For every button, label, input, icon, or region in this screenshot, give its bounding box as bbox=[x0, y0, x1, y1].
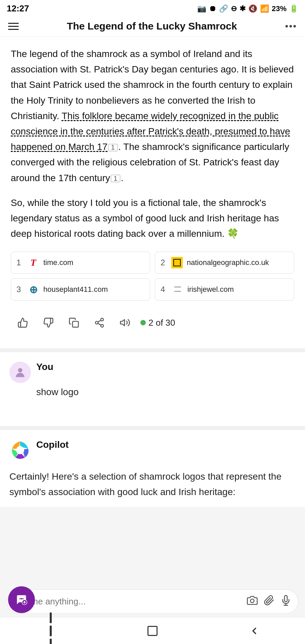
mute-icon: 🔇 bbox=[248, 4, 257, 13]
sources-grid: 1 T time.com 2 nationalgeographic.co.uk … bbox=[11, 252, 294, 301]
source-name-1: time.com bbox=[43, 258, 73, 267]
record-icon: ⏺ bbox=[209, 4, 216, 13]
input-icons bbox=[247, 595, 291, 608]
microphone-button[interactable] bbox=[280, 595, 291, 608]
source-num-3: 3 bbox=[16, 285, 23, 294]
chat-fab-icon bbox=[15, 594, 28, 606]
svg-line-5 bbox=[98, 320, 101, 322]
nav-bar: The Legend of the Lucky Shamrock ••• bbox=[0, 16, 305, 37]
copilot-avatar bbox=[9, 439, 31, 461]
svg-rect-0 bbox=[73, 321, 78, 327]
attachment-button[interactable] bbox=[264, 595, 274, 608]
chat-fab-button[interactable] bbox=[8, 586, 35, 613]
counter-text: 2 of 30 bbox=[148, 318, 175, 328]
user-avatar bbox=[9, 362, 31, 383]
video-icon: 📷 bbox=[197, 4, 206, 13]
copilot-logo bbox=[9, 439, 31, 461]
share-button[interactable] bbox=[87, 311, 112, 335]
source-item-4[interactable]: 4 ━━━━━━ irishjewel.com bbox=[155, 278, 294, 301]
user-message-section: You show logo bbox=[0, 352, 305, 406]
copilot-message-row: Copilot bbox=[9, 439, 296, 461]
hamburger-menu[interactable] bbox=[8, 23, 19, 30]
link-icon: 🔗 bbox=[219, 4, 228, 13]
home-button[interactable] bbox=[139, 621, 166, 641]
system-nav-bar bbox=[0, 617, 305, 644]
footnote-1[interactable]: 1 bbox=[108, 144, 118, 151]
back-button[interactable] bbox=[241, 621, 268, 641]
counter-badge: 2 of 30 bbox=[140, 318, 175, 328]
back-icon bbox=[249, 626, 260, 636]
dislike-button[interactable] bbox=[36, 311, 60, 335]
status-bar: 12:27 📷 ⏺ 🔗 ⊖ ✱ 🔇 📶 23% 🔋 bbox=[0, 0, 305, 16]
svg-line-4 bbox=[98, 323, 101, 325]
camera-button[interactable] bbox=[247, 595, 258, 608]
copilot-gap bbox=[0, 406, 305, 426]
user-message-row: You bbox=[9, 362, 296, 383]
source-num-4: 4 bbox=[161, 285, 167, 294]
battery-text: 23% bbox=[272, 4, 287, 13]
minus-circle-icon: ⊖ bbox=[231, 4, 237, 13]
svg-point-13 bbox=[21, 598, 23, 600]
svg-point-10 bbox=[251, 599, 254, 603]
article-paragraph-2: So, while the story I told you is a fict… bbox=[11, 195, 294, 242]
battery-icon: 🔋 bbox=[289, 4, 298, 13]
user-avatar-icon bbox=[14, 366, 27, 379]
source-item-3[interactable]: 3 ⊕ houseplant411.com bbox=[11, 278, 150, 301]
more-options-button[interactable]: ••• bbox=[285, 21, 297, 32]
ask-input[interactable] bbox=[14, 596, 242, 607]
footnote-2[interactable]: 1 bbox=[111, 175, 120, 182]
copilot-message-section: Copilot Certainly! Here's a selection of… bbox=[0, 430, 305, 506]
recent-apps-icon bbox=[50, 612, 52, 644]
source-name-3: houseplant411.com bbox=[43, 285, 108, 294]
copy-button[interactable] bbox=[62, 311, 86, 335]
copilot-name: Copilot bbox=[36, 439, 69, 450]
national-geographic-icon bbox=[171, 257, 183, 268]
page-title: The Legend of the Lucky Shamrock bbox=[19, 20, 285, 32]
source-name-4: irishjewel.com bbox=[187, 285, 234, 294]
status-time: 12:27 bbox=[7, 3, 29, 14]
bluetooth-icon: ✱ bbox=[239, 4, 246, 13]
source-num-1: 1 bbox=[16, 258, 23, 267]
user-message-text: show logo bbox=[9, 385, 296, 399]
action-bar: 2 of 30 bbox=[11, 307, 294, 341]
home-icon bbox=[147, 626, 158, 636]
status-icons: 📷 ⏺ 🔗 ⊖ ✱ 🔇 📶 23% 🔋 bbox=[197, 4, 298, 13]
source-item-1[interactable]: 1 T time.com bbox=[11, 252, 150, 274]
irishjewel-icon: ━━━━━━ bbox=[171, 283, 183, 296]
user-name: You bbox=[36, 362, 53, 372]
svg-marker-6 bbox=[121, 320, 125, 326]
copilot-message-text: Certainly! Here's a selection of shamroc… bbox=[9, 466, 296, 500]
speaker-button[interactable] bbox=[113, 311, 137, 335]
wordpress-icon: ⊕ bbox=[27, 283, 39, 296]
wifi-icon: 📶 bbox=[260, 4, 269, 13]
source-num-2: 2 bbox=[161, 258, 167, 267]
svg-point-7 bbox=[18, 368, 23, 373]
main-content: The legend of the shamrock as a symbol o… bbox=[0, 37, 305, 348]
section-divider bbox=[0, 348, 305, 352]
source-item-2[interactable]: 2 nationalgeographic.co.uk bbox=[155, 252, 294, 274]
svg-point-9 bbox=[16, 446, 24, 454]
like-button[interactable] bbox=[11, 311, 35, 335]
time-icon: T bbox=[27, 257, 39, 269]
recent-apps-button[interactable] bbox=[37, 621, 64, 641]
section-divider-2 bbox=[0, 426, 305, 430]
source-name-2: nationalgeographic.co.uk bbox=[187, 258, 269, 267]
input-bar bbox=[7, 589, 298, 614]
input-bar-container bbox=[0, 585, 305, 617]
article-paragraph-1: The legend of the shamrock as a symbol o… bbox=[11, 46, 294, 186]
green-dot bbox=[140, 320, 146, 325]
